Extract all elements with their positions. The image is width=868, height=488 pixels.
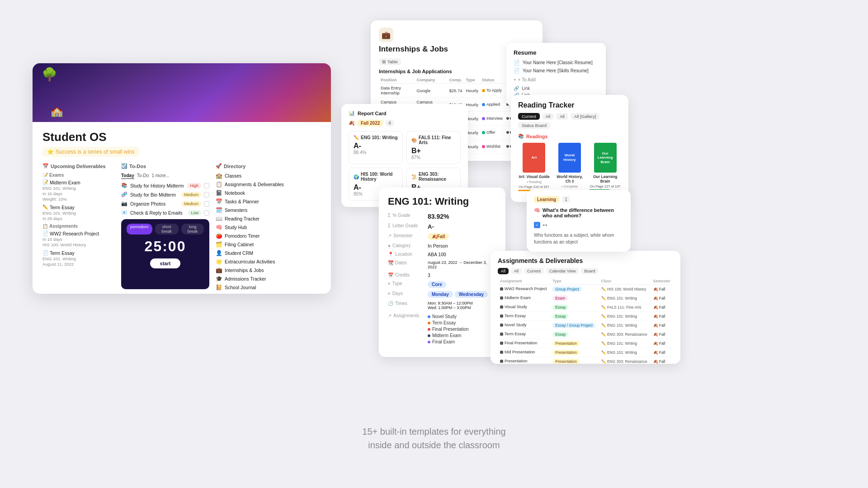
- book-card-2[interactable]: Our Learning Brain Our Learning Brain On…: [589, 143, 621, 196]
- tab-today[interactable]: Today: [121, 173, 134, 179]
- ad-row[interactable]: Term Essay Essay ✏️ ENG 303: Renaissance…: [498, 330, 673, 339]
- ad-row[interactable]: Novel Study Essay / Group Project ✏️ ENG…: [498, 321, 673, 330]
- ad-row[interactable]: WW2 Research Project Group Project ✏️ HI…: [498, 285, 673, 294]
- ad-tab-all1[interactable]: All: [498, 268, 509, 274]
- priority-badge-high: High: [187, 183, 201, 188]
- rt-tab-all2[interactable]: All: [556, 113, 568, 120]
- ad-cell-class: ✏️ ENG 101: Writing: [599, 348, 651, 357]
- ad-cell-assignment: Midterm Exam: [498, 294, 550, 303]
- assign-dot-4: [428, 341, 430, 343]
- ad-cell-assignment: Novel Study: [498, 321, 550, 330]
- learning-check[interactable]: ✓ ●●: [534, 222, 623, 228]
- dir-item-extracurricular[interactable]: 🌟Extracurricular Activities: [216, 258, 286, 265]
- eng-row-pct: Σ% Grade 83.92%: [388, 213, 496, 220]
- todo-item-bio[interactable]: 🧬 Study for Bio Midterm Medium: [121, 192, 209, 197]
- eng-label-assignments: ↗Assignments: [388, 313, 424, 318]
- ad-row[interactable]: Visual Study Essay ✏️ FALS 111: Fine Art…: [498, 303, 673, 312]
- book-card-0[interactable]: Art Art: Visual Guide • Reading On Page …: [518, 143, 550, 196]
- pomo-tabs[interactable]: pomodoro short break long break: [127, 224, 204, 235]
- report-count-badge: 4: [386, 120, 394, 127]
- todo-item-photos[interactable]: 📷 Organize Photos Medium: [121, 201, 209, 206]
- ad-cell-assignment: Term Essay: [498, 312, 550, 321]
- todo-checkbox-2[interactable]: [204, 201, 209, 206]
- eng-val-grade: A-: [428, 223, 434, 230]
- dir-item-tasks[interactable]: 📅Tasks & Planner: [216, 198, 286, 205]
- ij-col-comp: Comp.: [447, 77, 464, 84]
- resume-item-0[interactable]: 📄 Your Name Here [Classic Resume]: [514, 60, 599, 66]
- eng-val-credits: 3: [428, 272, 430, 278]
- eng-val-location: ABA 100: [428, 252, 446, 257]
- ad-cell-semester: 🍂 Fall: [651, 357, 674, 364]
- ad-cell-semester: 🍂 Fall: [651, 348, 674, 357]
- reading-tabs[interactable]: Current All All All [Gallery] Status Boa…: [518, 113, 621, 129]
- todo-tabs[interactable]: Today To-Do 1 more...: [121, 173, 209, 179]
- todo-item-emails[interactable]: 📧 Check & Reply to Emails Low: [121, 210, 209, 216]
- ad-cell-class: ✏️ ENG 303: Renaissance: [599, 330, 651, 339]
- internships-view-tag[interactable]: ⊞Table: [379, 58, 401, 65]
- assign-dot-2: [428, 328, 430, 331]
- pomo-tab-pomodoro[interactable]: pomodoro: [127, 224, 152, 235]
- resume-add-link[interactable]: ++ To Add: [514, 77, 599, 82]
- dir-item-assignments[interactable]: 📋Assignments & Deliverables: [216, 181, 286, 188]
- pomo-tab-long[interactable]: long break: [181, 224, 204, 235]
- rt-tab-current[interactable]: Current: [518, 113, 540, 120]
- ad-row[interactable]: Final Presentation Presentation ✏️ ENG 1…: [498, 339, 673, 348]
- ad-tab-all2[interactable]: All: [511, 268, 522, 274]
- book-card-1[interactable]: World History World History, Ch 3 • Comp…: [554, 143, 586, 196]
- dir-item-studyhub[interactable]: 🧠Study Hub: [216, 224, 286, 230]
- grade-course-eng303: 📜ENG 303: Renaissance: [411, 172, 456, 182]
- dir-item-internships[interactable]: 💼Internships & Jobs: [216, 267, 286, 273]
- resume-item-1[interactable]: 📄 Your Name Here [Skills Resume]: [514, 68, 599, 74]
- book-progress-2: On Page 127 of 197: [589, 184, 621, 188]
- link-icon-0: 🔗: [514, 86, 519, 91]
- ad-row[interactable]: Midterm Exam Exam ✏️ ENG 101: Writing 🍂 …: [498, 294, 673, 303]
- ad-tabs[interactable]: All All Current Calendar View Board: [498, 268, 673, 274]
- ij-col-company: Company: [415, 77, 448, 84]
- book-progress-0: On Page 210 of 257: [518, 185, 550, 189]
- tab-more[interactable]: 1 more...: [151, 173, 169, 179]
- tab-todo[interactable]: To-Do: [137, 173, 149, 179]
- assignments-deliverables-card: Assignments & Deliverables All All Curre…: [491, 251, 680, 364]
- dir-item-crm[interactable]: 👤Student CRM: [216, 250, 286, 256]
- todo-text-bio: Study for Bio Midterm: [130, 192, 179, 197]
- rt-tab-all1[interactable]: All: [542, 113, 554, 120]
- pomo-start-button[interactable]: start: [150, 258, 181, 268]
- eng-label-category: ●Category: [388, 243, 424, 248]
- ad-cell-semester: 🍂 Fall: [651, 321, 674, 330]
- eng-val-semester: 🍂Fall: [428, 233, 449, 240]
- learning-card: Learning 1 🧠 What's the difference betwe…: [527, 190, 631, 252]
- ad-cell-type: Group Project: [550, 285, 599, 294]
- rt-tab-gallery[interactable]: All [Gallery]: [571, 113, 600, 120]
- ad-cell-class: ✏️ ENG 303: Renaissance: [599, 357, 651, 364]
- ij-col-position: Position: [379, 77, 415, 84]
- rt-tab-status[interactable]: Status Board: [518, 122, 550, 129]
- ad-row[interactable]: Presentation Presentation ✏️ ENG 303: Re…: [498, 357, 673, 364]
- pomo-tab-short[interactable]: short break: [155, 224, 179, 235]
- exams-label: 📝Exams: [42, 173, 115, 178]
- ad-row[interactable]: Term Essay Essay ✏️ ENG 101: Writing 🍂 F…: [498, 312, 673, 321]
- ad-cell-semester: 🍂 Fall: [651, 285, 674, 294]
- readings-section-label: 📚Readings: [518, 133, 621, 139]
- dir-item-admissions[interactable]: 🎓Admissions Tracker: [216, 276, 286, 282]
- dir-item-pomodoro[interactable]: 🍅Pomodoro Timer: [216, 233, 286, 239]
- ad-title: Assignments & Deliverables: [498, 257, 583, 264]
- todo-checkbox-3[interactable]: [204, 210, 209, 216]
- ad-cell-class: ✏️ HIS 100: World History: [599, 285, 651, 294]
- grade-course-eng: ✏️ENG 101: Writing: [354, 135, 398, 140]
- dir-item-notebook[interactable]: 📓Notebook: [216, 190, 286, 196]
- todo-item-history[interactable]: 📚 Study for History Midterm High: [121, 183, 209, 188]
- grade-cell-eng[interactable]: ✏️ENG 101: Writing A- 88.4%: [349, 131, 403, 164]
- dir-item-classes[interactable]: 🏫Classes: [216, 173, 286, 179]
- dir-item-journal[interactable]: 📔School Journal: [216, 284, 286, 291]
- grade-cell-fals[interactable]: 🎨FALS 111: Fine Arts B+ 87%: [406, 131, 461, 164]
- ad-row[interactable]: Mid Presentation Presentation ✏️ ENG 101…: [498, 348, 673, 357]
- todo-checkbox-0[interactable]: [204, 183, 209, 188]
- dir-item-semesters[interactable]: 🗓️Semesters: [216, 207, 286, 213]
- ad-tab-calendar[interactable]: Calendar View: [546, 268, 579, 274]
- resume-link-0[interactable]: 🔗 Link: [514, 86, 599, 91]
- todo-checkbox-1[interactable]: [204, 192, 209, 197]
- dir-item-filing[interactable]: 🗂️Filing Cabinet: [216, 241, 286, 248]
- ad-tab-current[interactable]: Current: [524, 268, 544, 274]
- dir-item-reading[interactable]: 📖Reading Tracker: [216, 216, 286, 222]
- ad-tab-board[interactable]: Board: [581, 268, 598, 274]
